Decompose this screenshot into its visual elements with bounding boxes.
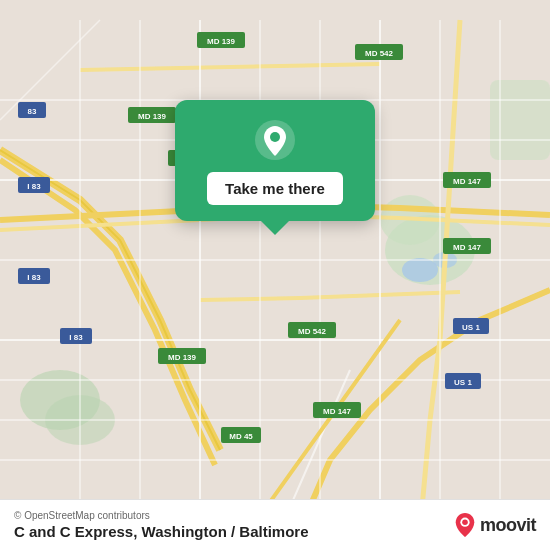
svg-text:MD 139: MD 139 xyxy=(168,353,197,362)
svg-rect-3 xyxy=(490,80,550,160)
svg-point-6 xyxy=(402,258,438,282)
svg-rect-0 xyxy=(0,20,550,530)
svg-point-43 xyxy=(462,519,468,525)
svg-text:I 83: I 83 xyxy=(69,333,83,342)
svg-text:MD 139: MD 139 xyxy=(207,37,236,46)
bottom-left-info: © OpenStreetMap contributors C and C Exp… xyxy=(14,510,309,540)
svg-text:83: 83 xyxy=(28,107,37,116)
take-me-there-button[interactable]: Take me there xyxy=(207,172,343,205)
svg-text:I 83: I 83 xyxy=(27,273,41,282)
svg-point-41 xyxy=(270,132,280,142)
bottom-bar: © OpenStreetMap contributors C and C Exp… xyxy=(0,499,550,550)
svg-text:US 1: US 1 xyxy=(454,378,472,387)
moovit-logo: moovit xyxy=(454,512,536,538)
location-pin-icon xyxy=(253,118,297,162)
svg-text:MD 147: MD 147 xyxy=(453,243,482,252)
map-background: MD 139 MD 542 83 MD 139 MD 139 MD 147 I … xyxy=(0,0,550,550)
svg-text:MD 147: MD 147 xyxy=(323,407,352,416)
svg-text:MD 147: MD 147 xyxy=(453,177,482,186)
location-popup[interactable]: Take me there xyxy=(175,100,375,221)
svg-text:MD 542: MD 542 xyxy=(365,49,394,58)
svg-text:MD 45: MD 45 xyxy=(229,432,253,441)
map-container: MD 139 MD 542 83 MD 139 MD 139 MD 147 I … xyxy=(0,0,550,550)
map-attribution: © OpenStreetMap contributors xyxy=(14,510,309,521)
moovit-brand-text: moovit xyxy=(480,515,536,536)
location-name: C and C Express, Washington / Baltimore xyxy=(14,523,309,540)
svg-text:I 83: I 83 xyxy=(27,182,41,191)
svg-text:MD 139: MD 139 xyxy=(138,112,167,121)
svg-text:US 1: US 1 xyxy=(462,323,480,332)
moovit-pin-icon xyxy=(454,512,476,538)
svg-text:MD 542: MD 542 xyxy=(298,327,327,336)
